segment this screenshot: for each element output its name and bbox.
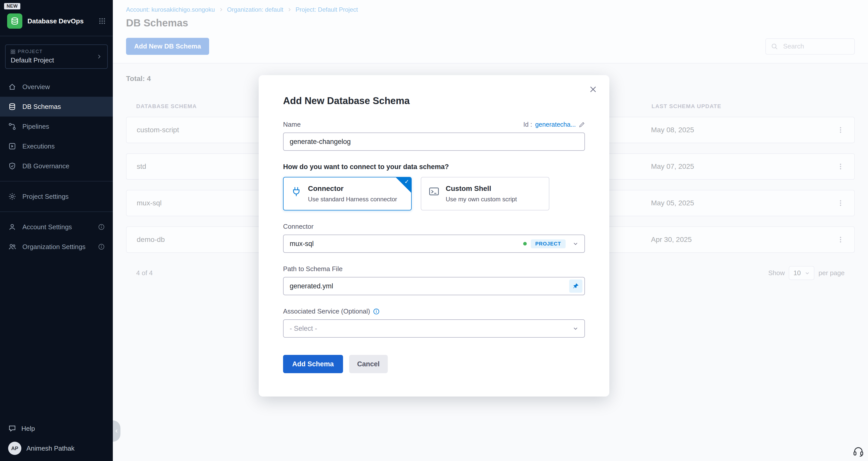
option-connector-card[interactable]: ✓ Connector Use standard Harness connect… bbox=[283, 177, 412, 210]
info-icon[interactable] bbox=[98, 243, 105, 250]
connector-select[interactable]: mux-sql PROJECT bbox=[283, 235, 585, 253]
schema-path-input[interactable] bbox=[283, 277, 585, 295]
sidebar-item-organization-settings[interactable]: Organization Settings bbox=[0, 237, 113, 257]
add-schema-modal: Add New Database Schema Name Id : genera… bbox=[259, 75, 609, 397]
sidebar-item-overview[interactable]: Overview bbox=[0, 77, 113, 97]
module-grid-icon[interactable] bbox=[99, 18, 106, 25]
option-text: Connector Use standard Harness connector bbox=[308, 185, 397, 203]
name-label: Name bbox=[283, 121, 301, 128]
shield-icon bbox=[8, 162, 16, 170]
support-headset-icon[interactable] bbox=[853, 446, 864, 459]
option-custom-shell-card[interactable]: Custom Shell Use my own custom script bbox=[421, 177, 549, 210]
pipelines-icon bbox=[8, 122, 16, 130]
option-subtitle: Use my own custom script bbox=[446, 196, 517, 203]
sidebar-item-account-settings[interactable]: Account Settings bbox=[0, 217, 113, 237]
cancel-button[interactable]: Cancel bbox=[349, 355, 388, 373]
app-header: Database DevOps bbox=[0, 9, 113, 36]
connector-value: mux-sql bbox=[290, 240, 523, 248]
sidebar-item-executions[interactable]: Executions bbox=[0, 136, 113, 156]
path-field bbox=[283, 277, 585, 295]
chevron-down-icon bbox=[573, 241, 578, 246]
home-icon bbox=[8, 83, 16, 91]
nav-label: Project Settings bbox=[22, 193, 69, 201]
chevron-down-icon bbox=[573, 326, 578, 331]
name-field-header: Name Id : generatecha... bbox=[283, 121, 585, 128]
sidebar-item-pipelines[interactable]: Pipelines bbox=[0, 117, 113, 136]
scope-tag: PROJECT bbox=[531, 239, 566, 248]
add-schema-submit-button[interactable]: Add Schema bbox=[283, 355, 343, 373]
id-value-link[interactable]: generatecha... bbox=[535, 121, 576, 128]
status-dot bbox=[523, 242, 527, 245]
divider bbox=[0, 211, 113, 212]
id-row: Id : generatecha... bbox=[523, 121, 585, 128]
info-icon[interactable] bbox=[373, 308, 380, 315]
nav-label: DB Schemas bbox=[22, 103, 61, 111]
divider bbox=[0, 181, 113, 182]
terminal-icon bbox=[428, 186, 440, 197]
option-title: Connector bbox=[308, 185, 397, 193]
project-meta: PROJECT Default Project bbox=[11, 49, 96, 64]
sidebar-bottom: Help AP Animesh Pathak bbox=[0, 419, 113, 461]
option-text: Custom Shell Use my own custom script bbox=[446, 185, 517, 203]
nav-label: Overview bbox=[22, 83, 50, 91]
help-chat-icon bbox=[8, 424, 16, 433]
modal-title: Add New Database Schema bbox=[283, 95, 585, 106]
help-label: Help bbox=[21, 425, 35, 433]
project-selector[interactable]: PROJECT Default Project bbox=[5, 44, 108, 69]
plug-icon bbox=[291, 186, 302, 197]
service-field-header: Associated Service (Optional) bbox=[283, 307, 585, 315]
sidebar-nav: Overview DB Schemas Pipelines Executions… bbox=[0, 77, 113, 176]
check-icon: ✓ bbox=[405, 178, 409, 185]
chevron-right-icon bbox=[96, 54, 102, 60]
nav-label: Executions bbox=[22, 142, 55, 150]
connect-question: How do you want to connect to your data … bbox=[283, 163, 585, 171]
close-icon[interactable] bbox=[589, 85, 597, 93]
nav-label: Pipelines bbox=[22, 123, 49, 130]
app-root: NEW Database DevOps PROJECT Default Proj… bbox=[0, 0, 868, 461]
info-icon[interactable] bbox=[98, 224, 105, 230]
nav-label: DB Governance bbox=[22, 162, 69, 170]
app-title: Database DevOps bbox=[27, 17, 94, 25]
path-label: Path to Schema File bbox=[283, 265, 585, 273]
option-subtitle: Use standard Harness connector bbox=[308, 196, 397, 203]
id-prefix: Id : bbox=[523, 121, 532, 128]
nav-label: Organization Settings bbox=[22, 243, 86, 251]
sidebar: NEW Database DevOps PROJECT Default Proj… bbox=[0, 0, 113, 461]
nav-label: Account Settings bbox=[22, 223, 72, 231]
connector-label: Connector bbox=[283, 223, 585, 230]
organization-icon bbox=[8, 243, 16, 251]
database-icon bbox=[8, 103, 16, 111]
new-badge: NEW bbox=[4, 3, 20, 9]
user-menu[interactable]: AP Animesh Pathak bbox=[8, 442, 105, 455]
edit-pencil-icon[interactable] bbox=[579, 122, 585, 128]
pin-icon[interactable] bbox=[569, 279, 582, 293]
harness-logo bbox=[7, 13, 22, 29]
connection-options: ✓ Connector Use standard Harness connect… bbox=[283, 177, 585, 210]
executions-icon bbox=[8, 142, 16, 150]
project-scope-icon bbox=[11, 50, 15, 54]
gear-icon bbox=[8, 192, 16, 201]
project-name: Default Project bbox=[11, 56, 96, 64]
project-label: PROJECT bbox=[18, 49, 43, 54]
help-button[interactable]: Help bbox=[8, 419, 105, 438]
avatar: AP bbox=[8, 442, 21, 455]
account-icon bbox=[8, 223, 16, 231]
service-label: Associated Service (Optional) bbox=[283, 307, 370, 315]
modal-actions: Add Schema Cancel bbox=[283, 355, 585, 373]
service-select[interactable]: - Select - bbox=[283, 319, 585, 338]
service-value: - Select - bbox=[290, 325, 573, 333]
option-title: Custom Shell bbox=[446, 185, 517, 193]
schema-name-input[interactable] bbox=[283, 133, 585, 151]
sidebar-item-db-schemas[interactable]: DB Schemas bbox=[0, 97, 113, 117]
sidebar-item-db-governance[interactable]: DB Governance bbox=[0, 156, 113, 176]
sidebar-item-project-settings[interactable]: Project Settings bbox=[0, 187, 113, 206]
user-name: Animesh Pathak bbox=[26, 444, 74, 452]
